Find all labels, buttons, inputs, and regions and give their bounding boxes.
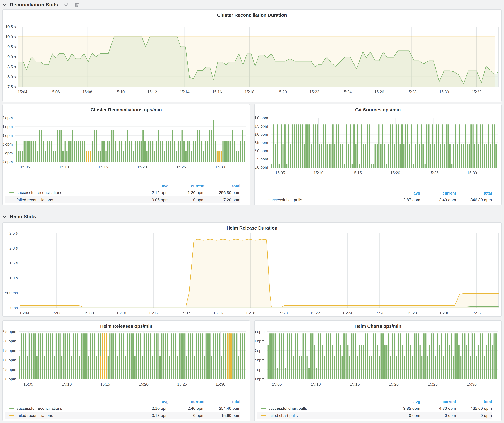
x-axis-tick-label: 15:14 [180, 90, 190, 94]
series-stat-value: 256.80 opm [204, 190, 240, 195]
y-axis-tick-label: 9.5 s [7, 45, 16, 49]
series-stat-value: 1.20 opm [169, 190, 204, 195]
x-axis-tick-label: 15:25 [176, 165, 186, 169]
x-axis-tick-label: 15:05 [275, 171, 285, 175]
series-label[interactable]: successful reconciliations [17, 406, 62, 411]
x-axis-tick-label: 15:04 [19, 311, 29, 315]
y-axis-tick-label: 1.5 s [9, 261, 18, 265]
legend-sort-current[interactable]: current [420, 400, 456, 404]
x-axis-tick-label: 15:05 [20, 165, 30, 169]
legend-row: successful reconciliations2.10 opm2.40 o… [5, 405, 240, 412]
legend-sort-avg[interactable]: avg [384, 400, 420, 404]
y-axis-tick-label: 5 opm [255, 329, 265, 334]
legend-sort-total[interactable]: total [204, 400, 240, 404]
y-axis-tick-label: 3 opm [255, 348, 265, 353]
panel-title[interactable]: Git Sources ops/min [255, 107, 501, 112]
legend-stats-header: avgcurrenttotal [257, 190, 492, 196]
y-axis-tick-label: 1.0 s [9, 276, 18, 280]
section-title[interactable]: Reconciliation Stats [10, 2, 58, 8]
x-axis-tick-label: 15:30 [467, 382, 477, 386]
legend-sort-avg[interactable]: avg [384, 191, 420, 195]
series-label[interactable]: failed chart pulls [268, 413, 298, 418]
panel-title[interactable]: Helm Releases ops/min [3, 323, 250, 329]
series-label[interactable]: successful reconciliations [17, 190, 62, 195]
y-axis-tick-label: 1.0 opm [3, 358, 16, 362]
x-axis-tick-label: 15:04 [18, 90, 27, 94]
x-axis-tick-label: 15:08 [83, 90, 92, 94]
y-axis-tick-label: 8.5 s [7, 65, 16, 69]
series-color-marker[interactable] [261, 415, 266, 416]
series-color-marker[interactable] [9, 192, 14, 193]
cluster-reconciliation-duration-chart[interactable]: 7.5 s8.0 s8.5 s9.0 s9.5 s10.0 s10.5 s15:… [3, 10, 501, 101]
series-color-marker[interactable] [9, 415, 14, 416]
y-axis-tick-label: 2.5 s [9, 231, 18, 235]
y-axis-tick-label: 2.5 opm [3, 329, 16, 334]
panel-helm-release-duration: 0 ns500 ms1.0 s1.5 s2.0 s2.5 s15:0415:06… [2, 222, 502, 317]
y-axis-tick-label: 8.0 s [7, 75, 16, 79]
legend-sort-current[interactable]: current [169, 184, 204, 188]
legend-sort-avg[interactable]: avg [133, 400, 169, 404]
y-axis-tick-label: 1 opm [255, 367, 265, 372]
panel-title[interactable]: Helm Release Duration [3, 225, 501, 231]
series-color-marker[interactable] [261, 408, 266, 409]
y-axis-tick-label: 2 opm [255, 358, 265, 362]
x-axis-tick-label: 15:18 [245, 90, 254, 94]
legend-sort-current[interactable]: current [169, 400, 204, 404]
legend-table: avgcurrenttotalsuccessful chart pulls3.8… [257, 399, 492, 419]
legend-table: avgcurrenttotalsuccessful reconciliation… [5, 183, 240, 203]
panel-title[interactable]: Helm Charts ops/min [255, 323, 501, 329]
y-axis-tick-label: 1.5 opm [255, 157, 268, 161]
trash-icon[interactable] [74, 2, 79, 7]
x-axis-tick-label: 15:12 [147, 90, 157, 94]
panel-helm-releases-opm: 0 opm0.5 opm1.0 opm1.5 opm2.0 opm2.5 opm… [2, 320, 250, 421]
helm-release-duration-chart[interactable]: 0 ns500 ms1.0 s1.5 s2.0 s2.5 s15:0415:06… [3, 223, 501, 316]
series-color-marker[interactable] [9, 408, 14, 409]
y-axis-tick-label: 2 opm [3, 142, 13, 147]
x-axis-tick-label: 15:08 [84, 311, 94, 315]
series-label[interactable]: successful git pulls [268, 198, 302, 202]
y-axis-tick-label: 0 ns [11, 306, 18, 310]
x-axis-tick-label: 15:24 [342, 90, 352, 94]
gear-icon[interactable] [63, 2, 69, 7]
panel-cluster-reconciliation-duration: 7.5 s8.0 s8.5 s9.0 s9.5 s10.0 s10.5 s15:… [2, 9, 502, 102]
section-header-helm-stats[interactable]: Helm Stats [3, 213, 36, 220]
x-axis-tick-label: 15:16 [212, 90, 222, 94]
legend-sort-current[interactable]: current [420, 191, 456, 195]
x-axis-tick-label: 15:20 [139, 382, 149, 386]
legend-row: successful chart pulls3.85 opm4.80 opm46… [257, 405, 492, 412]
x-axis-tick-label: 15:30 [439, 311, 449, 315]
y-axis-tick-label: 1 opm [3, 151, 13, 155]
section-title[interactable]: Helm Stats [10, 214, 36, 219]
series-color-marker[interactable] [9, 200, 14, 200]
y-axis-tick-label: 2.0 opm [255, 149, 268, 153]
x-axis-tick-label: 15:15 [100, 382, 110, 386]
legend-sort-total[interactable]: total [456, 400, 492, 404]
legend-row: failed chart pulls0 opm0 opm0 opm [257, 412, 492, 419]
panel-git-sources-opm: 1.0 opm1.5 opm2.0 opm2.5 opm3.0 opm3.5 o… [254, 104, 502, 205]
series-stat-value: 0.06 opm [133, 198, 169, 202]
x-axis-tick-label: 15:28 [407, 311, 417, 315]
series-label[interactable]: failed reconciliations [17, 413, 53, 418]
legend-sort-total[interactable]: total [456, 191, 492, 195]
section-header-reconciliation-stats[interactable]: Reconciliation Stats [3, 1, 79, 8]
series-label[interactable]: failed reconciliations [17, 198, 53, 202]
chevron-down-icon [2, 2, 7, 6]
series-stat-value: 254.40 opm [204, 406, 240, 411]
y-axis-tick-label: 10.0 s [5, 35, 16, 39]
x-axis-tick-label: 15:25 [177, 382, 187, 386]
panel-title[interactable]: Cluster Reconciliations ops/min [3, 107, 250, 112]
legend-sort-total[interactable]: total [204, 184, 240, 188]
series-color-marker[interactable] [261, 200, 266, 200]
legend-sort-avg[interactable]: avg [133, 184, 169, 188]
x-axis-tick-label: 15:20 [390, 171, 400, 175]
series-label[interactable]: successful chart pulls [268, 406, 307, 411]
series-stat-value: 2.87 opm [384, 198, 420, 202]
x-axis-tick-label: 15:05 [23, 382, 33, 386]
series-stat-value: 2.40 opm [420, 198, 456, 202]
x-axis-tick-label: 15:26 [375, 311, 385, 315]
series-stat-value: 4.80 opm [420, 406, 456, 411]
x-axis-tick-label: 15:10 [116, 311, 126, 315]
y-axis-tick-label: 1.0 opm [255, 165, 268, 170]
panel-title[interactable]: Cluster Reconciliation Duration [3, 12, 501, 18]
series-stat-value: 2.10 opm [133, 406, 169, 411]
